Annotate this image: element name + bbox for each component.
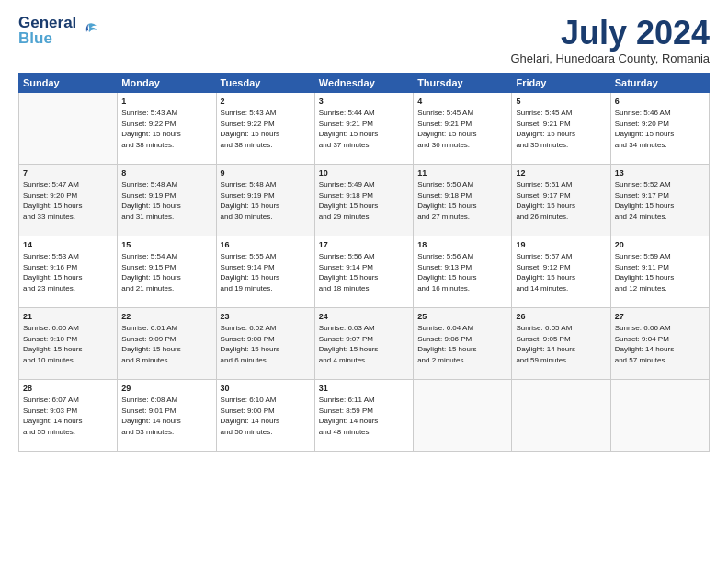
month-title: July 2024	[510, 15, 710, 52]
day-content: Sunrise: 5:49 AM Sunset: 9:18 PM Dayligh…	[319, 179, 409, 222]
day-number: 22	[121, 311, 211, 323]
day-number: 12	[516, 167, 606, 179]
col-monday: Monday	[118, 73, 216, 92]
table-cell: 4Sunrise: 5:45 AM Sunset: 9:21 PM Daylig…	[414, 92, 512, 164]
table-cell: 13Sunrise: 5:52 AM Sunset: 9:17 PM Dayli…	[610, 164, 709, 236]
day-number: 21	[23, 311, 113, 323]
table-cell: 30Sunrise: 6:10 AM Sunset: 9:00 PM Dayli…	[216, 379, 314, 451]
table-cell	[610, 379, 709, 451]
logo: General Blue	[18, 15, 98, 46]
day-content: Sunrise: 6:04 AM Sunset: 9:06 PM Dayligh…	[417, 323, 507, 365]
table-cell: 16Sunrise: 5:55 AM Sunset: 9:14 PM Dayli…	[216, 236, 314, 307]
header-row: Sunday Monday Tuesday Wednesday Thursday…	[19, 73, 710, 92]
day-content: Sunrise: 5:54 AM Sunset: 9:15 PM Dayligh…	[121, 251, 211, 293]
day-content: Sunrise: 5:50 AM Sunset: 9:18 PM Dayligh…	[417, 179, 507, 222]
day-content: Sunrise: 6:10 AM Sunset: 9:00 PM Dayligh…	[221, 395, 311, 437]
day-number: 17	[319, 239, 409, 251]
col-saturday: Saturday	[610, 73, 709, 92]
day-content: Sunrise: 5:55 AM Sunset: 9:14 PM Dayligh…	[221, 251, 311, 293]
table-row: 14Sunrise: 5:53 AM Sunset: 9:16 PM Dayli…	[19, 236, 710, 307]
day-content: Sunrise: 6:03 AM Sunset: 9:07 PM Dayligh…	[319, 323, 409, 365]
day-content: Sunrise: 5:56 AM Sunset: 9:14 PM Dayligh…	[319, 251, 409, 293]
day-content: Sunrise: 5:45 AM Sunset: 9:21 PM Dayligh…	[516, 108, 606, 150]
logo-general: General	[18, 15, 76, 30]
day-number: 4	[417, 96, 507, 108]
day-number: 24	[319, 311, 409, 323]
day-number: 2	[221, 96, 311, 108]
day-number: 30	[221, 383, 311, 395]
day-number: 29	[121, 383, 211, 395]
table-cell: 14Sunrise: 5:53 AM Sunset: 9:16 PM Dayli…	[19, 236, 118, 307]
logo-blue: Blue	[18, 30, 76, 46]
day-number: 7	[23, 167, 113, 179]
table-cell: 9Sunrise: 5:48 AM Sunset: 9:19 PM Daylig…	[216, 164, 314, 236]
day-number: 23	[221, 311, 311, 323]
subtitle: Ghelari, Hunedoara County, Romania	[510, 52, 710, 65]
header: General Blue July 2024 Ghelari, Hunedoar…	[18, 15, 710, 65]
day-number: 8	[121, 167, 211, 179]
day-content: Sunrise: 6:01 AM Sunset: 9:09 PM Dayligh…	[121, 323, 211, 365]
day-content: Sunrise: 5:43 AM Sunset: 9:22 PM Dayligh…	[121, 108, 211, 150]
day-number: 20	[615, 239, 705, 251]
table-cell: 24Sunrise: 6:03 AM Sunset: 9:07 PM Dayli…	[314, 307, 413, 379]
table-cell	[19, 92, 118, 164]
day-number: 26	[516, 311, 606, 323]
day-number: 31	[319, 383, 409, 395]
day-number: 3	[319, 96, 409, 108]
table-cell: 10Sunrise: 5:49 AM Sunset: 9:18 PM Dayli…	[314, 164, 413, 236]
day-content: Sunrise: 6:07 AM Sunset: 9:03 PM Dayligh…	[23, 395, 113, 437]
day-content: Sunrise: 6:00 AM Sunset: 9:10 PM Dayligh…	[23, 323, 113, 365]
table-cell: 11Sunrise: 5:50 AM Sunset: 9:18 PM Dayli…	[414, 164, 512, 236]
col-friday: Friday	[512, 73, 610, 92]
col-wednesday: Wednesday	[314, 73, 413, 92]
day-number: 5	[516, 96, 606, 108]
day-content: Sunrise: 5:48 AM Sunset: 9:19 PM Dayligh…	[221, 179, 311, 222]
table-cell: 5Sunrise: 5:45 AM Sunset: 9:21 PM Daylig…	[512, 92, 610, 164]
table-cell: 18Sunrise: 5:56 AM Sunset: 9:13 PM Dayli…	[414, 236, 512, 307]
title-block: July 2024 Ghelari, Hunedoara County, Rom…	[510, 15, 710, 65]
day-content: Sunrise: 6:08 AM Sunset: 9:01 PM Dayligh…	[121, 395, 211, 437]
day-content: Sunrise: 5:47 AM Sunset: 9:20 PM Dayligh…	[23, 179, 113, 222]
table-cell: 12Sunrise: 5:51 AM Sunset: 9:17 PM Dayli…	[512, 164, 610, 236]
day-content: Sunrise: 5:52 AM Sunset: 9:17 PM Dayligh…	[615, 179, 705, 222]
day-number: 14	[23, 239, 113, 251]
day-content: Sunrise: 5:46 AM Sunset: 9:20 PM Dayligh…	[615, 108, 705, 150]
page: General Blue July 2024 Ghelari, Hunedoar…	[0, 0, 728, 563]
day-number: 25	[417, 311, 507, 323]
day-content: Sunrise: 5:53 AM Sunset: 9:16 PM Dayligh…	[23, 251, 113, 293]
day-content: Sunrise: 5:51 AM Sunset: 9:17 PM Dayligh…	[516, 179, 606, 222]
day-content: Sunrise: 6:11 AM Sunset: 8:59 PM Dayligh…	[319, 395, 409, 437]
day-content: Sunrise: 5:57 AM Sunset: 9:12 PM Dayligh…	[516, 251, 606, 293]
table-cell: 1Sunrise: 5:43 AM Sunset: 9:22 PM Daylig…	[118, 92, 216, 164]
table-cell: 2Sunrise: 5:43 AM Sunset: 9:22 PM Daylig…	[216, 92, 314, 164]
table-cell: 25Sunrise: 6:04 AM Sunset: 9:06 PM Dayli…	[414, 307, 512, 379]
day-number: 15	[121, 239, 211, 251]
col-tuesday: Tuesday	[216, 73, 314, 92]
day-number: 9	[221, 167, 311, 179]
day-number: 6	[615, 96, 705, 108]
day-number: 27	[615, 311, 705, 323]
table-cell: 15Sunrise: 5:54 AM Sunset: 9:15 PM Dayli…	[118, 236, 216, 307]
calendar-table: Sunday Monday Tuesday Wednesday Thursday…	[18, 73, 710, 452]
day-content: Sunrise: 5:43 AM Sunset: 9:22 PM Dayligh…	[221, 108, 311, 150]
table-cell: 28Sunrise: 6:07 AM Sunset: 9:03 PM Dayli…	[19, 379, 118, 451]
day-number: 13	[615, 167, 705, 179]
table-cell: 23Sunrise: 6:02 AM Sunset: 9:08 PM Dayli…	[216, 307, 314, 379]
table-cell: 22Sunrise: 6:01 AM Sunset: 9:09 PM Dayli…	[118, 307, 216, 379]
table-row: 28Sunrise: 6:07 AM Sunset: 9:03 PM Dayli…	[19, 379, 710, 451]
day-content: Sunrise: 5:45 AM Sunset: 9:21 PM Dayligh…	[417, 108, 507, 150]
day-number: 28	[23, 383, 113, 395]
table-cell: 6Sunrise: 5:46 AM Sunset: 9:20 PM Daylig…	[610, 92, 709, 164]
table-cell	[512, 379, 610, 451]
table-row: 21Sunrise: 6:00 AM Sunset: 9:10 PM Dayli…	[19, 307, 710, 379]
table-row: 7Sunrise: 5:47 AM Sunset: 9:20 PM Daylig…	[19, 164, 710, 236]
day-content: Sunrise: 5:44 AM Sunset: 9:21 PM Dayligh…	[319, 108, 409, 150]
day-number: 19	[516, 239, 606, 251]
table-cell: 19Sunrise: 5:57 AM Sunset: 9:12 PM Dayli…	[512, 236, 610, 307]
table-cell: 8Sunrise: 5:48 AM Sunset: 9:19 PM Daylig…	[118, 164, 216, 236]
table-cell: 20Sunrise: 5:59 AM Sunset: 9:11 PM Dayli…	[610, 236, 709, 307]
table-cell: 21Sunrise: 6:00 AM Sunset: 9:10 PM Dayli…	[19, 307, 118, 379]
table-cell: 3Sunrise: 5:44 AM Sunset: 9:21 PM Daylig…	[314, 92, 413, 164]
day-content: Sunrise: 6:02 AM Sunset: 9:08 PM Dayligh…	[221, 323, 311, 365]
table-cell: 7Sunrise: 5:47 AM Sunset: 9:20 PM Daylig…	[19, 164, 118, 236]
